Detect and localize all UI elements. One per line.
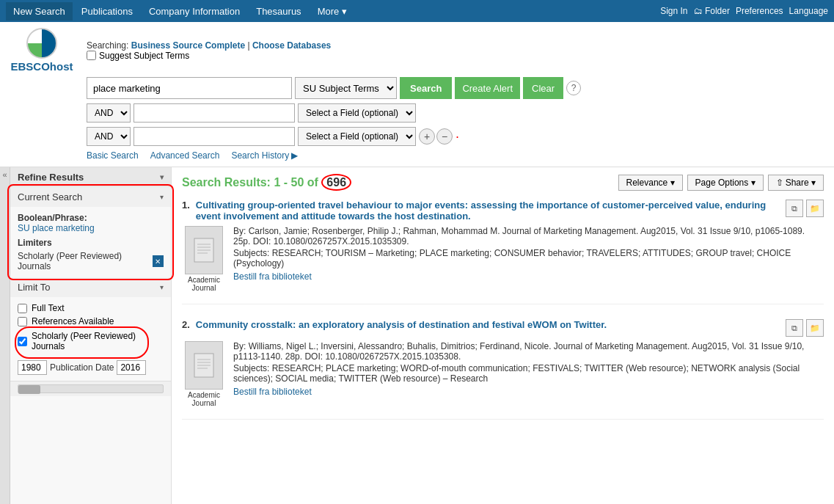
result-1-authors: By: Carlson, Jamie; Rosenberger, Philip … bbox=[233, 226, 824, 246]
clear-button[interactable]: Clear bbox=[523, 77, 563, 99]
result-1-subjects-text: Subjects: RESEARCH; TOURISM – Marketing;… bbox=[233, 248, 791, 269]
language-link[interactable]: Language bbox=[789, 6, 828, 16]
nav-new-search[interactable]: New Search bbox=[6, 2, 73, 21]
add-row-button[interactable]: + bbox=[419, 128, 435, 145]
relevance-button[interactable]: Relevance ▾ bbox=[618, 175, 683, 191]
result-2-authors: By: Williams, Nigel L.; Inversini, Aless… bbox=[233, 341, 824, 362]
and-select-1[interactable]: AND bbox=[87, 103, 131, 123]
results-header: Search Results: 1 - 50 of 696 Relevance … bbox=[182, 175, 824, 191]
current-search-section: Current Search ▾ Boolean/Phrase: SU plac… bbox=[10, 187, 171, 277]
sidebar: Refine Results ▾ Current Search ▾ Boolea… bbox=[10, 167, 172, 504]
result-2-journal-label: Academic Journal bbox=[182, 391, 226, 407]
nav-publications[interactable]: Publications bbox=[74, 2, 140, 21]
db-name-link[interactable]: Business Source Complete bbox=[131, 40, 245, 51]
result-1-copy-icon[interactable]: ⧉ bbox=[786, 200, 803, 217]
nav-more[interactable]: More ▾ bbox=[310, 2, 354, 21]
current-search-content: Boolean/Phrase: SU place marketing Limit… bbox=[10, 207, 171, 277]
refine-results-header[interactable]: Refine Results ▾ bbox=[10, 167, 171, 187]
advanced-search-link[interactable]: Advanced Search bbox=[150, 150, 220, 161]
optional-select-1[interactable]: Select a Field (optional) bbox=[298, 103, 416, 123]
sign-in-link[interactable]: Sign In bbox=[660, 6, 687, 16]
and-input-2[interactable] bbox=[133, 127, 295, 146]
search-history-link[interactable]: Search History ▶ bbox=[231, 150, 298, 161]
pub-date-label: Publication Date bbox=[50, 362, 114, 373]
result-1-bestill-link[interactable]: Bestill fra biblioteket bbox=[233, 271, 312, 282]
page-options-button[interactable]: Page Options ▾ bbox=[687, 175, 764, 191]
optional-select-2[interactable]: Select a Field (optional) bbox=[298, 127, 416, 146]
result-2-authors-text: By: Williams, Nigel L.; Inversini, Aless… bbox=[233, 341, 552, 351]
sidebar-scroll-thumb[interactable] bbox=[18, 385, 40, 394]
result-2-body: Academic Journal By: Williams, Nigel L.;… bbox=[182, 341, 824, 407]
scholarly-journals-checkbox[interactable] bbox=[18, 337, 27, 346]
nav-left: New Search Publications Company Informat… bbox=[6, 2, 354, 21]
searching-info: Searching: Business Source Complete | Ch… bbox=[87, 40, 331, 51]
search-button[interactable]: Search bbox=[400, 77, 452, 99]
pub-date-to-input[interactable] bbox=[117, 360, 146, 375]
boolean-phrase-label: Boolean/Phrase: bbox=[18, 213, 164, 223]
basic-search-link[interactable]: Basic Search bbox=[87, 150, 139, 161]
result-1-body: Academic Journal By: Carlson, Jamie; Ros… bbox=[182, 226, 824, 292]
share-label: Share ▾ bbox=[786, 178, 816, 188]
result-2-link[interactable]: Community crosstalk: an exploratory anal… bbox=[196, 319, 780, 330]
result-2-bestill-link[interactable]: Bestill fra biblioteket bbox=[233, 387, 312, 397]
current-search-header[interactable]: Current Search ▾ bbox=[10, 187, 171, 207]
result-2-title-row: 2. Community crosstalk: an exploratory a… bbox=[182, 319, 824, 337]
nav-company-info[interactable]: Company Information bbox=[142, 2, 247, 21]
share-button[interactable]: ⇧ Share ▾ bbox=[768, 175, 824, 191]
references-available-checkbox[interactable] bbox=[18, 317, 27, 326]
and-select-2[interactable]: AND bbox=[87, 127, 131, 146]
result-1-journal-icon bbox=[185, 226, 223, 274]
result-2-doi-text: DOI: 10.1080/0267257X.2015.1035308. bbox=[304, 351, 461, 362]
result-item-2: 2. Community crosstalk: an exploratory a… bbox=[182, 319, 824, 420]
result-2-folder-icon[interactable]: 📁 bbox=[806, 319, 824, 337]
suggest-subject-checkbox[interactable] bbox=[87, 51, 96, 60]
result-2-number: 2. bbox=[182, 319, 190, 330]
sidebar-scroll-track[interactable] bbox=[18, 384, 164, 393]
refine-results-label: Refine Results bbox=[18, 172, 84, 183]
result-1-meta: By: Carlson, Jamie; Rosenberger, Philip … bbox=[233, 226, 824, 292]
pub-date-row: Publication Date bbox=[18, 360, 164, 375]
result-item-1: 1. Cultivating group-oriented travel beh… bbox=[182, 200, 824, 304]
result-2-subjects-text: Subjects: RESEARCH; PLACE marketing; WOR… bbox=[233, 363, 800, 384]
help-icon[interactable]: ? bbox=[566, 81, 581, 95]
field-select[interactable]: SU Subject Terms bbox=[295, 77, 397, 99]
current-search-label: Current Search bbox=[18, 191, 82, 202]
results-area: Search Results: 1 - 50 of 696 Relevance … bbox=[172, 167, 834, 504]
result-2-copy-icon[interactable]: ⧉ bbox=[786, 319, 803, 337]
suggest-row: Suggest Subject Terms bbox=[87, 51, 331, 61]
result-1-folder-icon[interactable]: 📁 bbox=[806, 200, 824, 217]
results-count: 696 bbox=[321, 174, 351, 191]
results-range: 1 - 50 bbox=[274, 176, 304, 189]
scholarly-journals-label: Scholarly (Peer Reviewed) Journals bbox=[32, 331, 164, 351]
result-2-icons: ⧉ 📁 bbox=[786, 319, 824, 337]
ebscohost-logo-text: EBSCOhost bbox=[10, 60, 73, 73]
scholarly-journals-container: Scholarly (Peer Reviewed) Journals bbox=[18, 329, 164, 356]
main-search-row: SU Subject Terms Search Create Alert Cle… bbox=[87, 77, 825, 99]
result-1-journal-label: Academic Journal bbox=[182, 276, 226, 292]
search-input[interactable] bbox=[87, 77, 292, 99]
folder-link[interactable]: 🗂 Folder bbox=[694, 6, 730, 16]
result-1-authors-text: By: Carlson, Jamie; Rosenberger, Philip … bbox=[233, 226, 500, 236]
remove-row-button[interactable]: − bbox=[436, 128, 453, 145]
limit-to-header[interactable]: Limit To ▾ bbox=[10, 277, 171, 297]
limiter-remove-button[interactable]: ✕ bbox=[153, 255, 164, 267]
result-2-thumbnail: Academic Journal bbox=[182, 341, 226, 407]
preferences-link[interactable]: Preferences bbox=[736, 6, 783, 16]
result-1-link[interactable]: Cultivating group-oriented travel behavi… bbox=[196, 200, 780, 222]
boolean-phrase-value: SU place marketing bbox=[18, 223, 164, 233]
header-area: EBSCOhost Searching: Business Source Com… bbox=[0, 22, 834, 167]
full-text-checkbox[interactable] bbox=[18, 304, 27, 313]
searching-label: Searching: bbox=[87, 40, 128, 51]
result-2-subjects: Subjects: RESEARCH; PLACE marketing; WOR… bbox=[233, 363, 824, 384]
and-input-1[interactable] bbox=[133, 103, 295, 123]
pub-date-from-input[interactable] bbox=[18, 360, 47, 375]
scholarly-journals-item: Scholarly (Peer Reviewed) Journals bbox=[18, 331, 164, 351]
choose-db-link[interactable]: Choose Databases bbox=[252, 40, 331, 51]
limit-to-label: Limit To bbox=[18, 282, 51, 293]
limit-to-content: Full Text References Available Scholarly… bbox=[10, 297, 171, 381]
sidebar-toggle[interactable]: « bbox=[0, 167, 10, 504]
result-1-thumbnail: Academic Journal bbox=[182, 226, 226, 292]
and-row-2: AND Select a Field (optional) + − · bbox=[87, 127, 825, 146]
nav-thesaurus[interactable]: Thesaurus bbox=[249, 2, 308, 21]
create-alert-button[interactable]: Create Alert bbox=[455, 77, 520, 99]
